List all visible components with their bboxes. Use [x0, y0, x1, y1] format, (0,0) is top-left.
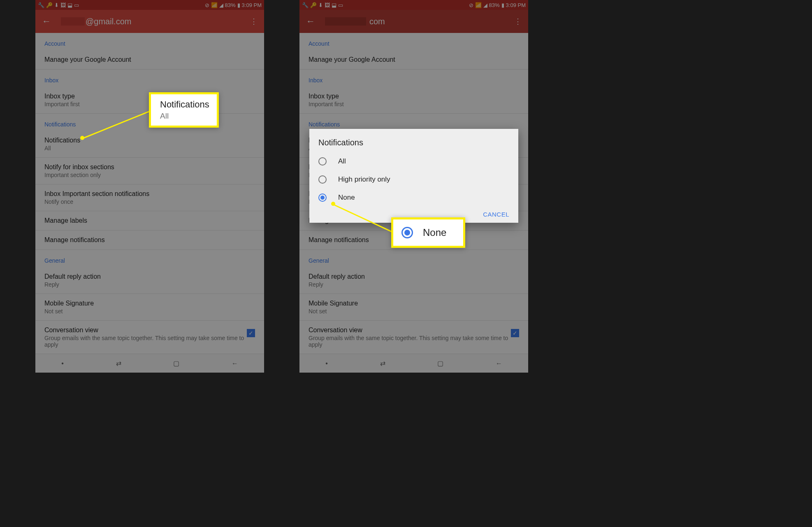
- phone-screenshot-left: 🔧 🔑 ⬇ 🖼 ⬓ ▭ ⊘ 📶 ◢ 83% ▮ 3:09 PM ← @gmail…: [35, 0, 264, 373]
- battery-percent: 83%: [225, 2, 236, 8]
- download-icon: ⬇: [318, 2, 323, 8]
- recents-icon[interactable]: ⇄: [380, 359, 385, 367]
- item-title: Default reply action: [309, 273, 519, 280]
- mobile-signature-item[interactable]: Mobile Signature Not set: [299, 294, 528, 321]
- signal-icon: ◢: [483, 2, 487, 8]
- app-bar: ← @gmail.com ⋮: [35, 10, 264, 33]
- dropbox-icon: ⬓: [332, 2, 336, 8]
- image-icon: 🖼: [325, 2, 330, 8]
- conversation-view-item[interactable]: Conversation view Group emails with the …: [299, 321, 528, 354]
- item-title: Manage your Google Account: [309, 56, 519, 63]
- header-email-suffix: com: [369, 17, 514, 26]
- status-right-icons: ⊘ 📶 ◢ 83% ▮ 3:09 PM: [205, 2, 262, 8]
- download-icon: ⬇: [54, 2, 59, 8]
- item-title: Notifications: [44, 137, 255, 144]
- conversation-view-item[interactable]: Conversation view Group emails with the …: [35, 321, 264, 354]
- manage-notifications-item[interactable]: Manage notifications: [35, 231, 264, 250]
- home-icon[interactable]: ▢: [173, 359, 179, 367]
- navigation-bar: • ⇄ ▢ ←: [35, 354, 264, 373]
- item-title: Manage labels: [44, 217, 255, 224]
- back-icon[interactable]: ←: [496, 360, 502, 367]
- callout-label: None: [423, 227, 446, 238]
- section-header-account: Account: [299, 33, 528, 50]
- status-bar: 🔧 🔑 ⬇ 🖼 ⬓ ▭ ⊘ 📶 ◢ 83% ▮ 3:09 PM: [299, 0, 528, 10]
- default-reply-item[interactable]: Default reply action Reply: [35, 267, 264, 294]
- wrench-icon: 🔧: [38, 2, 44, 8]
- item-title: Inbox Important section notifications: [44, 190, 255, 198]
- radio-option-all[interactable]: All: [309, 152, 518, 170]
- status-bar: 🔧 🔑 ⬇ 🖼 ⬓ ▭ ⊘ 📶 ◢ 83% ▮ 3:09 PM: [35, 0, 264, 10]
- item-title: Mobile Signature: [44, 300, 255, 307]
- mobile-signature-item[interactable]: Mobile Signature Not set: [35, 294, 264, 321]
- status-left-icons: 🔧 🔑 ⬇ 🖼 ⬓ ▭: [38, 2, 79, 8]
- back-icon[interactable]: ←: [232, 360, 238, 367]
- section-header-inbox: Inbox: [35, 70, 264, 87]
- item-title: Manage notifications: [44, 236, 255, 244]
- item-sub: Important first: [309, 101, 519, 107]
- notify-sections-item[interactable]: Notify for inbox sections Important sect…: [35, 158, 264, 184]
- item-title: Notify for inbox sections: [44, 163, 255, 171]
- battery-percent: 83%: [489, 2, 500, 8]
- home-icon[interactable]: ▢: [437, 359, 443, 367]
- status-left-icons: 🔧 🔑 ⬇ 🖼 ⬓ ▭: [302, 2, 343, 8]
- item-title: Mobile Signature: [309, 300, 519, 307]
- callout-dot: [331, 202, 335, 206]
- signal-icon: ◢: [219, 2, 223, 8]
- radio-unchecked-icon: [318, 157, 327, 166]
- wrench-icon: 🔧: [302, 2, 309, 8]
- battery-icon: ▮: [501, 2, 504, 8]
- radio-checked-icon: [401, 227, 413, 238]
- more-vert-icon[interactable]: ⋮: [514, 17, 522, 26]
- back-arrow-icon[interactable]: ←: [306, 16, 315, 27]
- cancel-button[interactable]: CANCEL: [483, 211, 509, 218]
- dialog-title: Notifications: [309, 138, 518, 152]
- nav-dot-icon[interactable]: •: [61, 360, 64, 367]
- item-title: Conversation view: [44, 326, 247, 334]
- more-vert-icon[interactable]: ⋮: [250, 17, 258, 26]
- radio-option-high-priority[interactable]: High priority only: [309, 170, 518, 189]
- radio-option-none[interactable]: None: [309, 189, 518, 207]
- status-right-icons: ⊘ 📶 ◢ 83% ▮ 3:09 PM: [469, 2, 526, 8]
- manage-labels-item[interactable]: Manage labels: [35, 211, 264, 231]
- radio-checked-icon: [318, 194, 327, 202]
- card-icon: ▭: [74, 2, 79, 8]
- redacted-email-prefix: [61, 17, 85, 26]
- callout-title: Notifications: [160, 99, 208, 110]
- dnd-icon: ⊘: [205, 2, 209, 8]
- settings-list: Account Manage your Google Account Inbox…: [35, 33, 264, 354]
- callout-notifications-all: Notifications All: [149, 92, 219, 128]
- radio-unchecked-icon: [318, 175, 327, 184]
- wifi-icon: 📶: [211, 2, 218, 8]
- item-sub: Reply: [309, 281, 519, 288]
- manage-google-account-item[interactable]: Manage your Google Account: [299, 50, 528, 70]
- item-sub: Group emails with the same topic togethe…: [309, 335, 511, 348]
- item-sub: Not set: [44, 308, 255, 315]
- status-time: 3:09 PM: [506, 2, 526, 8]
- checkbox-checked-icon[interactable]: ✓: [247, 329, 255, 337]
- back-arrow-icon[interactable]: ←: [42, 16, 51, 27]
- navigation-bar: • ⇄ ▢ ←: [299, 354, 528, 373]
- item-sub: Important section only: [44, 172, 255, 178]
- section-header-inbox: Inbox: [299, 70, 528, 87]
- important-notif-item[interactable]: Inbox Important section notifications No…: [35, 184, 264, 211]
- checkbox-checked-icon[interactable]: ✓: [511, 329, 519, 337]
- radio-label: High priority only: [338, 175, 390, 184]
- callout-subtitle: All: [160, 112, 208, 121]
- default-reply-item[interactable]: Default reply action Reply: [299, 267, 528, 294]
- item-sub: All: [44, 145, 255, 152]
- nav-dot-icon[interactable]: •: [325, 360, 328, 367]
- inbox-type-item[interactable]: Inbox type Important first: [299, 87, 528, 114]
- manage-google-account-item[interactable]: Manage your Google Account: [35, 50, 264, 70]
- battery-icon: ▮: [237, 2, 240, 8]
- item-title: Inbox type: [309, 93, 519, 100]
- wifi-icon: 📶: [475, 2, 482, 8]
- item-title: Conversation view: [309, 326, 511, 334]
- item-title: Default reply action: [44, 273, 255, 280]
- recents-icon[interactable]: ⇄: [116, 359, 121, 367]
- dropbox-icon: ⬓: [67, 2, 72, 8]
- radio-label: All: [338, 157, 346, 166]
- notifications-item[interactable]: Notifications All: [35, 131, 264, 158]
- item-title: Manage your Google Account: [44, 56, 255, 63]
- image-icon: 🖼: [60, 2, 66, 8]
- header-email-suffix: @gmail.com: [86, 17, 250, 26]
